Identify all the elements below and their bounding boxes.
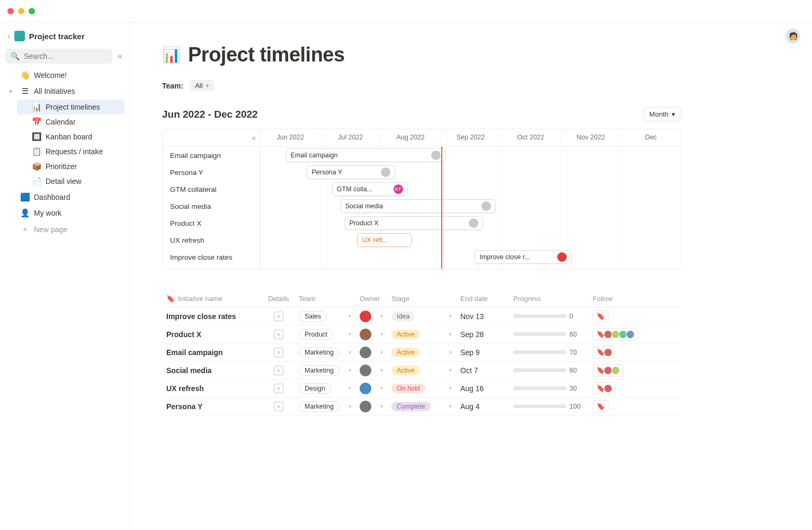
gantt-bar[interactable]: GTM colla...KT (332, 182, 408, 196)
sidebar-item-prioritizer[interactable]: 📦Prioritizer (17, 159, 124, 174)
collapse-sidebar-icon[interactable]: « (115, 49, 124, 63)
chevron-down-icon[interactable]: ▾ (380, 349, 383, 355)
team-chip[interactable]: Marketing (299, 365, 340, 376)
chevron-down-icon[interactable]: ▾ (449, 313, 452, 319)
sidebar-item-mywork[interactable]: 👤 My work (5, 206, 124, 220)
collapse-gantt-icon[interactable]: « (252, 134, 256, 142)
table-row[interactable]: Persona Y≡Marketing▾▾Complete▾Aug 4100🔖 (162, 398, 681, 416)
back-icon[interactable]: ‹ (7, 32, 10, 40)
sidebar-item-welcome[interactable]: 👋 Welcome! (5, 68, 124, 83)
chevron-down-icon[interactable]: ▾ (380, 403, 383, 409)
table-row[interactable]: Improve close rates≡Sales▾▾Idea▾Nov 130🔖 (162, 307, 681, 325)
sidebar-nav: 👋 Welcome! ▾ ☰ All Initiatives 📊Project … (5, 68, 124, 237)
gantt-bar[interactable]: Persona Y (307, 165, 395, 179)
stage-chip[interactable]: Idea (391, 312, 415, 321)
gantt-bar[interactable]: Improve close r... (475, 250, 571, 264)
main-content: 🧑 📊 Project timelines Team: All ▾ Jun 20… (130, 22, 812, 530)
chevron-down-icon[interactable]: ▾ (380, 367, 383, 373)
gantt-bar[interactable]: Product X (345, 216, 484, 230)
sidebar-item-requests-intake[interactable]: 📋Requests / intake (17, 144, 124, 159)
sidebar-item-calendar[interactable]: 📅Calendar (17, 114, 124, 129)
chevron-down-icon[interactable]: ▾ (449, 403, 452, 409)
page-title: Project timelines (188, 43, 345, 66)
stage-chip[interactable]: Active (391, 348, 420, 357)
details-icon[interactable]: ≡ (274, 348, 283, 357)
close-window-icon[interactable] (7, 8, 14, 14)
gantt-row-label: Email campaign (163, 147, 260, 164)
search-input[interactable] (24, 52, 107, 60)
team-chip[interactable]: Marketing (299, 347, 340, 358)
search-input-wrapper[interactable]: 🔍 (5, 49, 112, 64)
sidebar-item-newpage[interactable]: ＋ New page (5, 222, 124, 237)
team-chip[interactable]: Sales (299, 311, 327, 322)
owner-avatar[interactable] (360, 365, 371, 376)
details-icon[interactable]: ≡ (274, 366, 283, 375)
gantt-bar[interactable]: UX refr... (357, 233, 412, 247)
scale-value: Month (649, 110, 668, 118)
follow-button[interactable]: 🔖 (593, 328, 638, 341)
page-icon: 📋 (32, 147, 41, 156)
maximize-window-icon[interactable] (29, 8, 35, 14)
scale-select[interactable]: Month ▾ (644, 107, 681, 121)
sidebar-item-dashboard[interactable]: 🟦 Dashboard (5, 190, 124, 205)
owner-avatar[interactable] (360, 401, 371, 412)
chevron-down-icon[interactable]: ▾ (349, 349, 351, 355)
follow-button[interactable]: 🔖 (593, 400, 609, 412)
assignee-avatar (431, 151, 441, 160)
chevron-down-icon[interactable]: ▾ (349, 403, 351, 409)
chevron-down-icon[interactable]: ▾ (449, 331, 452, 337)
gantt-row-label: Social media (163, 198, 260, 215)
stage-chip[interactable]: Active (391, 366, 420, 375)
details-icon[interactable]: ≡ (274, 384, 283, 393)
stage-chip[interactable]: On hold (391, 384, 425, 393)
stage-chip[interactable]: Complete (391, 402, 431, 411)
chevron-down-icon[interactable]: ▾ (449, 385, 452, 391)
team-chip[interactable]: Product (299, 329, 333, 340)
table-row[interactable]: Email campaign≡Marketing▾▾Active▾Sep 970… (162, 343, 681, 361)
owner-avatar[interactable] (360, 329, 371, 340)
follow-button[interactable]: 🔖 (593, 346, 616, 359)
sidebar-item-kanban-board[interactable]: 🔲Kanban board (17, 129, 124, 144)
sidebar-item-detail-view[interactable]: 📄Detail view (17, 174, 124, 189)
table-row[interactable]: UX refresh≡Design▾▾On hold▾Aug 1630🔖 (162, 379, 681, 398)
owner-avatar[interactable] (360, 383, 371, 394)
owner-avatar[interactable] (360, 347, 371, 358)
chevron-down-icon[interactable]: ▾ (349, 313, 351, 319)
gantt-bar[interactable]: Email campaign (286, 148, 445, 162)
details-icon[interactable]: ≡ (274, 312, 283, 321)
details-icon[interactable]: ≡ (274, 330, 283, 339)
gantt-bar[interactable]: Social media (341, 199, 496, 213)
minimize-window-icon[interactable] (18, 8, 24, 14)
follow-button[interactable]: 🔖 (593, 364, 623, 377)
th-owner: Owner (360, 295, 380, 303)
stage-chip[interactable]: Active (391, 330, 420, 339)
chevron-down-icon[interactable]: ▾ (449, 367, 452, 373)
chevron-down-icon[interactable]: ▾ (349, 385, 351, 391)
sidebar-item-project-timelines[interactable]: 📊Project timelines (17, 100, 124, 114)
sidebar-item-all-initiatives[interactable]: ▾ ☰ All Initiatives (5, 84, 124, 99)
wave-icon: 👋 (20, 70, 30, 80)
th-progress: Progress (513, 295, 541, 303)
team-chip[interactable]: Marketing (299, 401, 340, 412)
assignee-avatar (381, 167, 390, 177)
table-row[interactable]: Social media≡Marketing▾▾Active▾Oct 780🔖 (162, 361, 681, 379)
gantt-row-label: UX refresh (163, 232, 260, 249)
owner-avatar[interactable] (360, 311, 371, 322)
chevron-down-icon[interactable]: ▾ (349, 331, 351, 337)
follow-button[interactable]: 🔖 (593, 310, 609, 322)
chevron-down-icon[interactable]: ▾ (380, 313, 383, 319)
team-chip[interactable]: Design (299, 383, 331, 394)
user-avatar[interactable]: 🧑 (786, 29, 800, 43)
team-select[interactable]: All ▾ (190, 80, 213, 91)
chevron-down-icon[interactable]: ▾ (380, 331, 383, 337)
table-row[interactable]: Product X≡Product▾▾Active▾Sep 2860🔖 (162, 325, 681, 343)
chevron-down-icon[interactable]: ▾ (349, 367, 351, 373)
chevron-down-icon[interactable]: ▾ (380, 385, 383, 391)
assignee-avatar (557, 252, 567, 262)
chevron-down-icon[interactable]: ▾ (10, 89, 16, 94)
gantt-row-label: Improve close rates (163, 249, 260, 266)
chevron-down-icon[interactable]: ▾ (449, 349, 452, 355)
details-icon[interactable]: ≡ (274, 402, 283, 411)
follow-button[interactable]: 🔖 (593, 382, 616, 395)
gantt-month: Dec (621, 129, 681, 146)
